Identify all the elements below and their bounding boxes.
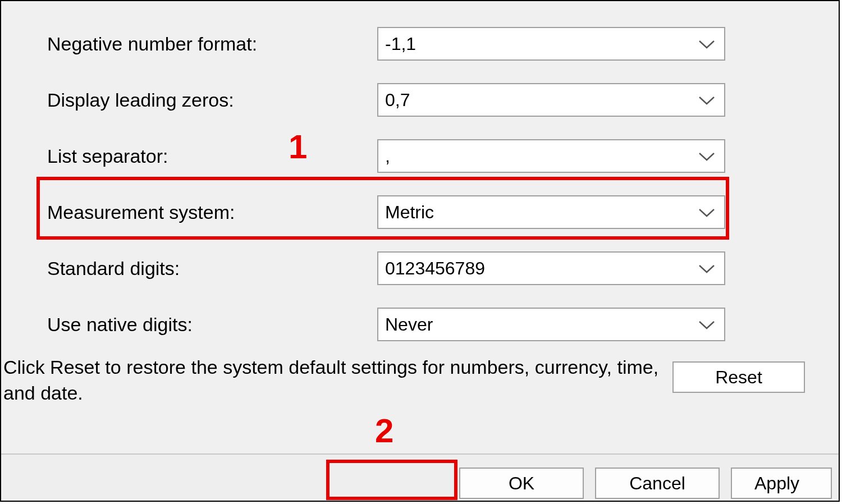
select-list-separator[interactable]: , [377,139,725,173]
chevron-down-icon [697,318,716,331]
label-measurement-system: Measurement system: [1,201,377,223]
select-value: 0,7 [385,90,410,111]
label-negative-number-format: Negative number format: [1,33,377,55]
select-display-leading-zeros[interactable]: 0,7 [377,83,725,117]
chevron-down-icon [697,206,716,218]
dialog-button-bar: OK Cancel Apply [1,453,839,501]
ok-button[interactable]: OK [459,468,584,499]
chevron-down-icon [697,262,716,274]
chevron-down-icon [697,94,716,106]
select-standard-digits[interactable]: 0123456789 [377,251,725,285]
select-value: 0123456789 [385,258,485,279]
select-value: -1,1 [385,34,416,54]
label-standard-digits: Standard digits: [1,258,377,280]
select-value: Metric [385,202,434,223]
select-value: , [385,146,390,167]
label-use-native-digits: Use native digits: [1,314,377,336]
select-measurement-system[interactable]: Metric [377,195,725,229]
chevron-down-icon [697,150,716,162]
reset-section: Click Reset to restore the system defaul… [1,355,839,406]
annotation-number-2: 2 [375,411,393,450]
select-use-native-digits[interactable]: Never [377,308,725,341]
reset-description: Click Reset to restore the system defaul… [1,355,672,406]
reset-button[interactable]: Reset [672,361,805,393]
dialog-window: Negative number format: -1,1 Display lea… [0,0,840,502]
select-negative-number-format[interactable]: -1,1 [377,27,725,61]
chevron-down-icon [697,38,716,50]
cancel-button[interactable]: Cancel [595,468,720,499]
apply-button[interactable]: Apply [731,468,832,499]
label-display-leading-zeros: Display leading zeros: [1,89,377,111]
label-list-separator: List separator: [1,145,377,167]
select-value: Never [385,314,433,335]
